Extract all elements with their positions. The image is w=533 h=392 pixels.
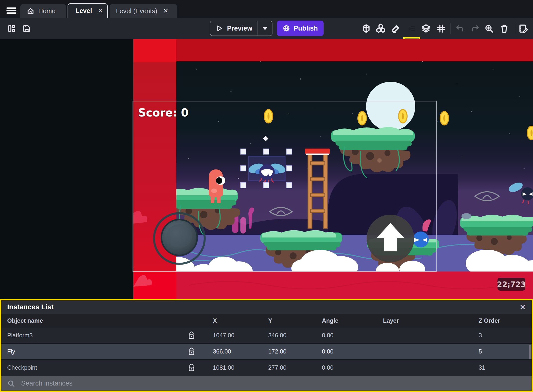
column-y: Y [268,317,272,324]
search-instances-input[interactable] [21,379,468,388]
grid-icon[interactable] [436,24,446,33]
panel-scrollbar[interactable] [529,345,531,359]
save-icon[interactable] [22,24,31,33]
instance-x: 1081.00 [213,364,234,371]
zoom-in-icon[interactable] [484,24,494,33]
instance-row-fly-selected[interactable]: Fly 366.00 172.00 0.00 5 [1,344,532,359]
instance-x: 366.00 [213,348,231,355]
object-3d-icon[interactable] [361,24,371,34]
red-band-top [176,39,533,61]
tab-level-close-icon[interactable]: ✕ [98,7,103,14]
unlock-icon[interactable] [188,331,195,340]
coin [399,110,407,123]
layers-icon[interactable] [421,24,431,34]
column-object-name: Object name [7,317,43,324]
instance-y: 277.00 [268,364,286,371]
instance-angle: 0.00 [322,332,334,339]
red-ground [176,272,533,299]
toolbar: Preview Publish [0,18,533,39]
preview-dropdown-button[interactable] [258,27,272,30]
column-z-order: Z Order [479,317,500,324]
instance-name: Platform3 [7,332,33,339]
scene-editor-canvas[interactable]: Score: 0 22;723 [0,39,533,299]
moon[interactable] [366,82,415,131]
home-icon [27,7,34,15]
unlock-icon[interactable] [188,363,195,372]
instance-y: 172.00 [268,348,286,355]
scene-graphics [0,39,533,299]
gdevelop-editor-window: Home Level ✕ Level (Events) ✕ Preview [0,0,533,392]
tab-level-events[interactable]: Level (Events) ✕ [110,4,177,18]
redo-icon[interactable] [470,24,480,33]
instance-name: Fly [7,348,15,355]
instances-panel-titlebar: Instances List ✕ [1,300,532,314]
instances-table-header: Object name X Y Angle Layer Z Order [1,314,532,328]
chevron-down-icon [262,27,268,30]
instances-search-bar [1,376,532,391]
globe-icon [283,25,290,32]
publish-button-label: Publish [294,25,318,32]
instances-list-panel: Instances List ✕ Object name X Y Angle L… [0,299,533,392]
coin [264,110,273,123]
instance-z-order: 31 [479,364,485,371]
instance-name: Checkpoint [7,364,37,371]
tab-level-events-close-icon[interactable]: ✕ [163,7,168,14]
preview-button[interactable]: Preview [210,21,272,36]
column-layer: Layer [383,317,399,324]
cursor-coordinates-badge: 22;723 [497,278,525,291]
instance-x: 1047.00 [213,332,234,339]
instances-list-icon[interactable] [407,24,417,33]
objects-cubes-icon[interactable] [376,23,386,34]
preview-button-label: Preview [227,25,252,32]
search-icon [7,380,15,388]
instance-row-checkpoint[interactable]: Checkpoint 1081.00 277.00 0.00 31 [1,360,532,375]
toolbar-divider [515,23,515,34]
tab-home[interactable]: Home [20,4,66,18]
scene-properties-icon[interactable] [518,24,528,34]
instance-row-platform3[interactable]: Platform3 1047.00 346.00 0.00 3 [1,328,532,343]
coin [527,126,533,140]
toolbar-divider [450,23,451,34]
publish-button[interactable]: Publish [277,21,324,36]
instance-z-order: 3 [479,332,482,339]
column-angle: Angle [322,317,339,324]
edit-pencil-icon[interactable] [391,24,401,33]
unlock-icon[interactable] [188,347,195,356]
score-hud-text: Score: 0 [138,106,189,119]
instance-z-order: 5 [479,348,482,355]
rock [461,213,471,219]
red-stripe [133,39,176,299]
tab-level-label: Level [76,7,92,15]
instance-angle: 0.00 [322,364,334,371]
coin [440,112,449,125]
instance-angle: 0.00 [322,348,334,355]
panels-layout-icon[interactable] [7,24,16,33]
hamburger-menu-icon[interactable] [6,7,16,14]
play-icon [216,25,223,32]
delete-trash-icon[interactable] [499,24,509,33]
tab-level-events-label: Level (Events) [116,7,157,15]
jump-button [367,215,414,262]
close-icon[interactable]: ✕ [520,303,526,312]
undo-icon[interactable] [455,24,465,33]
tab-level[interactable]: Level ✕ [68,3,108,18]
coin [358,112,366,125]
tab-home-label: Home [38,7,55,15]
tab-bar: Home Level ✕ Level (Events) ✕ [0,0,533,18]
column-x: X [213,317,217,324]
instance-y: 346.00 [268,332,286,339]
instances-panel-title: Instances List [7,303,54,311]
